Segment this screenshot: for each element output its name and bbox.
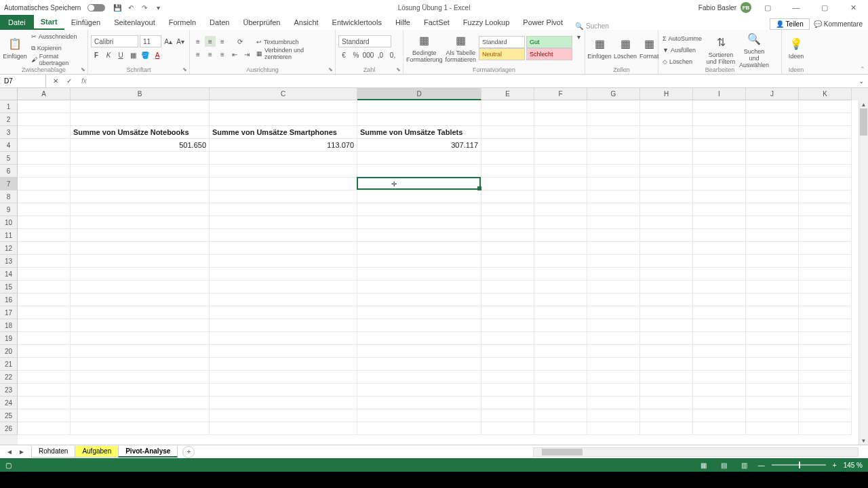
vscroll-thumb[interactable]	[860, 108, 867, 136]
cell-C21[interactable]	[210, 358, 357, 371]
enter-formula-icon[interactable]: ✓	[64, 76, 75, 87]
close-button[interactable]: ✕	[841, 0, 865, 15]
ribbon-tab-factset[interactable]: FactSet	[417, 15, 456, 30]
worksheet-grid[interactable]: 1234567891011121314151617181920212223242…	[0, 88, 868, 445]
decrease-font-icon[interactable]: A▾	[175, 36, 186, 47]
cell-G25[interactable]	[587, 409, 640, 422]
clipboard-launcher[interactable]: ⬊	[79, 66, 86, 73]
cell-F19[interactable]	[534, 332, 587, 345]
cell-C10[interactable]	[210, 216, 357, 229]
cell-D5[interactable]	[357, 152, 481, 165]
cell-E2[interactable]	[481, 113, 534, 126]
cell-J18[interactable]	[746, 319, 799, 332]
cell-D8[interactable]	[357, 190, 481, 203]
col-header-C[interactable]: C	[210, 88, 357, 100]
ideas-button[interactable]: 💡Ideen	[785, 31, 808, 64]
row-header-20[interactable]: 20	[0, 345, 18, 358]
cell-D1[interactable]	[357, 100, 481, 113]
cell-E17[interactable]	[481, 306, 534, 319]
cell-J7[interactable]	[746, 178, 799, 190]
cell-H17[interactable]	[640, 306, 693, 319]
cell-B13[interactable]	[71, 255, 210, 268]
cell-D10[interactable]	[357, 216, 481, 229]
cell-B8[interactable]	[71, 190, 210, 203]
col-header-J[interactable]: J	[746, 88, 799, 100]
cell-J26[interactable]	[746, 422, 799, 435]
cell-K18[interactable]	[799, 319, 852, 332]
cell-A1[interactable]	[18, 100, 71, 113]
minimize-button[interactable]: —	[784, 0, 808, 15]
cell-H4[interactable]	[640, 139, 693, 152]
cell-E13[interactable]	[481, 255, 534, 268]
cell-B6[interactable]	[71, 165, 210, 178]
ribbon-tab-daten[interactable]: Daten	[203, 15, 236, 30]
save-icon[interactable]: 💾	[112, 2, 123, 13]
font-color-button[interactable]: A	[152, 49, 163, 60]
row-header-16[interactable]: 16	[0, 293, 18, 306]
cell-I10[interactable]	[693, 216, 746, 229]
decrease-indent-icon[interactable]: ⇤	[229, 49, 240, 60]
zoom-in-icon[interactable]: +	[833, 462, 837, 469]
cell-C2[interactable]	[210, 113, 357, 126]
sheet-tab-rohdaten[interactable]: Rohdaten	[31, 446, 75, 458]
cell-D25[interactable]	[357, 409, 481, 422]
cell-I9[interactable]	[693, 203, 746, 216]
cell-A21[interactable]	[18, 358, 71, 371]
col-header-B[interactable]: B	[71, 88, 210, 100]
cell-I7[interactable]	[693, 178, 746, 190]
cell-C15[interactable]	[210, 281, 357, 293]
font-launcher[interactable]: ⬊	[181, 66, 188, 73]
cell-D7[interactable]	[357, 178, 481, 190]
cell-D13[interactable]	[357, 255, 481, 268]
cell-H8[interactable]	[640, 190, 693, 203]
cell-K20[interactable]	[799, 345, 852, 358]
cell-E11[interactable]	[481, 229, 534, 242]
cell-B2[interactable]	[71, 113, 210, 126]
cell-style-gut[interactable]: Gut	[526, 36, 572, 48]
cell-K24[interactable]	[799, 396, 852, 409]
cell-C19[interactable]	[210, 332, 357, 345]
col-header-A[interactable]: A	[18, 88, 71, 100]
cell-F23[interactable]	[534, 384, 587, 396]
cell-C13[interactable]	[210, 255, 357, 268]
cell-D11[interactable]	[357, 229, 481, 242]
cell-B10[interactable]	[71, 216, 210, 229]
decrease-decimal-icon[interactable]: 0,	[387, 49, 398, 60]
merge-center-button[interactable]: ▦Verbinden und zentrieren	[255, 48, 332, 59]
font-size-select[interactable]: 11	[140, 35, 161, 47]
cell-B17[interactable]	[71, 306, 210, 319]
cell-E18[interactable]	[481, 319, 534, 332]
cell-E9[interactable]	[481, 203, 534, 216]
cell-H15[interactable]	[640, 281, 693, 293]
cell-style-standard[interactable]: Standard	[479, 36, 525, 48]
cell-E4[interactable]	[481, 139, 534, 152]
cell-B24[interactable]	[71, 396, 210, 409]
cell-G7[interactable]	[587, 178, 640, 190]
cell-F4[interactable]	[534, 139, 587, 152]
cell-C14[interactable]	[210, 268, 357, 281]
cell-J4[interactable]	[746, 139, 799, 152]
col-header-E[interactable]: E	[481, 88, 534, 100]
cell-I13[interactable]	[693, 255, 746, 268]
cell-A6[interactable]	[18, 165, 71, 178]
cell-H1[interactable]	[640, 100, 693, 113]
cell-I22[interactable]	[693, 371, 746, 384]
align-top-icon[interactable]: ≡	[193, 36, 203, 47]
cell-B15[interactable]	[71, 281, 210, 293]
cell-B21[interactable]	[71, 358, 210, 371]
cell-B22[interactable]	[71, 371, 210, 384]
cell-H26[interactable]	[640, 422, 693, 435]
underline-button[interactable]: U	[115, 49, 126, 60]
cell-F16[interactable]	[534, 293, 587, 306]
cell-H5[interactable]	[640, 152, 693, 165]
cell-style-neutral[interactable]: Neutral	[479, 48, 525, 60]
cell-I17[interactable]	[693, 306, 746, 319]
cell-H18[interactable]	[640, 319, 693, 332]
cell-B26[interactable]	[71, 422, 210, 435]
normal-view-icon[interactable]: ▦	[697, 460, 711, 470]
cell-E25[interactable]	[481, 409, 534, 422]
cell-D22[interactable]	[357, 371, 481, 384]
row-header-7[interactable]: 7	[0, 178, 18, 190]
border-button[interactable]: ▦	[127, 49, 138, 60]
cell-G17[interactable]	[587, 306, 640, 319]
